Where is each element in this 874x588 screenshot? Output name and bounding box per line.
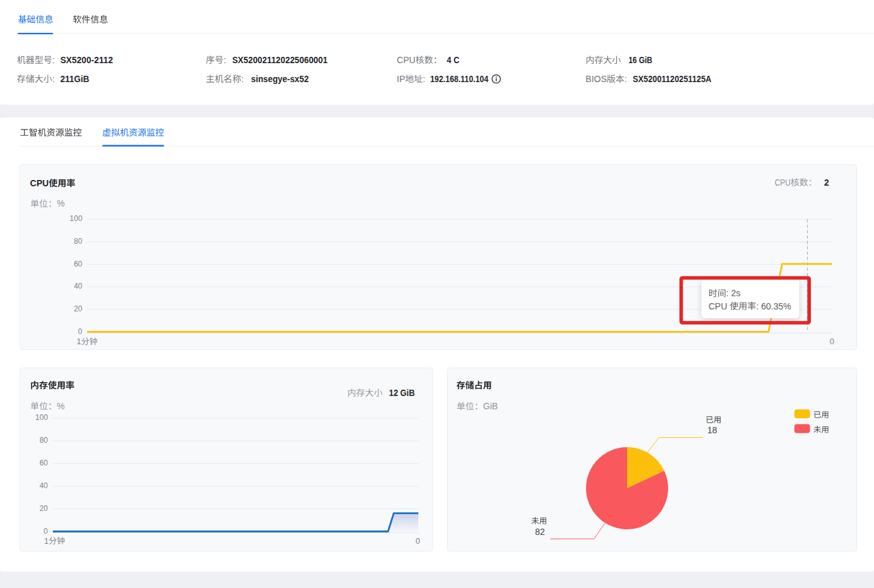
svg-text::: : [241,74,244,84]
svg-text:%: % [57,198,64,208]
svg-text:sinsegye-sx52: sinsegye-sx52 [251,74,309,84]
svg-text:0: 0 [44,527,48,536]
svg-text:16 GiB: 16 GiB [628,55,652,65]
svg-text:82: 82 [535,527,545,537]
svg-text:80: 80 [39,436,48,445]
svg-text:100: 100 [35,413,48,422]
svg-text:20: 20 [39,504,48,513]
svg-text::: : [625,74,627,84]
svg-text:SX5200-2112: SX5200-2112 [60,55,113,65]
svg-text:40: 40 [39,481,48,490]
svg-text:60: 60 [74,260,83,268]
svg-text:CPU: CPU [30,178,49,188]
svg-text:0: 0 [78,327,83,336]
svg-text::: : [224,55,226,65]
svg-text::: : [52,55,55,65]
svg-text:SX520021120225060001: SX520021120225060001 [232,55,328,65]
svg-text:: 60.35%: : 60.35% [756,301,791,311]
svg-text:100: 100 [69,214,82,223]
svg-text:18: 18 [707,425,717,435]
svg-text:BIOS: BIOS [585,74,606,84]
svg-text:60: 60 [39,459,48,467]
svg-text::: : [52,74,55,84]
svg-text:0: 0 [416,536,420,546]
svg-text:80: 80 [74,237,83,246]
svg-text:0: 0 [830,337,834,346]
svg-text:: 2s: : 2s [726,288,741,298]
svg-text:IP: IP [397,74,405,84]
svg-text:2: 2 [824,177,829,188]
svg-text:GiB: GiB [483,401,498,411]
svg-text:40: 40 [74,282,83,291]
svg-text:CPU: CPU [709,301,727,311]
svg-text:192.168.110.104: 192.168.110.104 [430,74,488,84]
svg-text::: : [423,74,426,84]
svg-text:4 C: 4 C [447,55,460,65]
svg-text:SX52001120251125A: SX52001120251125A [633,74,712,84]
svg-text:1: 1 [76,337,81,346]
svg-text:CPU: CPU [397,55,416,65]
svg-text:1: 1 [44,536,49,546]
svg-text:20: 20 [74,304,83,313]
svg-text:211GiB: 211GiB [60,74,89,84]
svg-text:CPU: CPU [775,177,791,188]
svg-text:%: % [57,401,64,411]
svg-text:12 GiB: 12 GiB [389,388,415,398]
